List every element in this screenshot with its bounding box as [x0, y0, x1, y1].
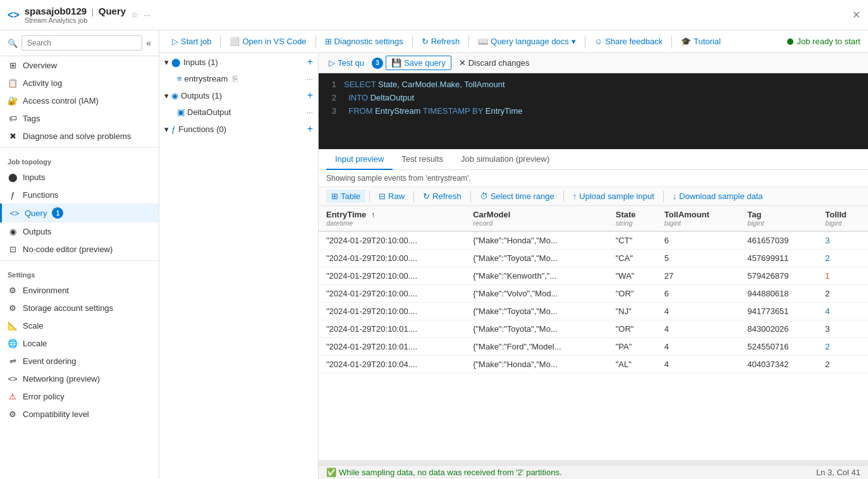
table-view-button[interactable]: ⊞ Table [326, 190, 365, 203]
download-sample-button[interactable]: ↓ Download sample data [668, 190, 768, 203]
cell-toll-amount: 6 [657, 231, 740, 250]
upload-sample-button[interactable]: ↑ Upload sample input [568, 190, 659, 203]
test-query-button[interactable]: ▷ Test qu [324, 56, 369, 70]
raw-icon: ⊟ [379, 191, 386, 201]
tree-inputs-section[interactable]: ▾ ⬤ Inputs (1) + [159, 53, 318, 71]
sidebar-item-scale[interactable]: 📐 Scale [0, 317, 159, 334]
horizontal-scrollbar[interactable] [319, 460, 868, 465]
diagnostic-settings-button[interactable]: ⊞ Diagnostic settings [320, 34, 408, 49]
title-bar: <> spasajob0129 | Query Stream Analytics… [0, 0, 868, 30]
search-input[interactable] [21, 35, 142, 51]
tutorial-button[interactable]: 🎓 Tutorial [676, 34, 726, 49]
add-input-button[interactable]: + [307, 56, 313, 68]
sidebar-item-label: Scale [23, 321, 44, 330]
diagnose-icon: ✖ [8, 131, 18, 141]
sidebar-item-overview[interactable]: ⊞ Overview [0, 56, 159, 74]
close-icon[interactable]: ✕ [852, 9, 860, 21]
sidebar-item-event-ordering[interactable]: ⇌ Event ordering [0, 352, 159, 370]
query-language-docs-button[interactable]: 📖 Query language docs ▾ [473, 34, 581, 49]
diagnostic-icon: ⊞ [325, 37, 332, 46]
locale-icon: 🌐 [8, 338, 18, 348]
discard-label: Discard changes [468, 58, 530, 68]
preview-sep4 [563, 191, 564, 202]
save-query-button[interactable]: 💾 Save query [386, 56, 451, 70]
toolbar-sep2 [315, 35, 316, 48]
open-vscode-button[interactable]: ⬜ Open in VS Code [224, 34, 311, 49]
favorite-icon[interactable]: ☆ [131, 10, 138, 20]
cell-toll-amount: 27 [657, 267, 740, 285]
more-options-icon[interactable]: ··· [144, 10, 150, 20]
select-time-range-button[interactable]: ⏱ Select time range [475, 190, 559, 203]
deltaoutput-more-icon[interactable]: ··· [306, 107, 313, 117]
sidebar-item-locale[interactable]: 🌐 Locale [0, 334, 159, 352]
tab-test-results[interactable]: Test results [393, 149, 452, 170]
preview-refresh-button[interactable]: ↻ Refresh [418, 190, 467, 203]
sidebar-item-tags[interactable]: 🏷 Tags [0, 109, 159, 127]
refresh-button[interactable]: ↻ Refresh [417, 34, 465, 49]
sidebar-item-nocode[interactable]: ⊡ No-code editor (preview) [0, 240, 159, 258]
log-icon: 📋 [8, 78, 18, 88]
iam-icon: 🔐 [8, 95, 18, 106]
cell-tag: 524550716 [740, 338, 817, 356]
preview-toolbar: ⊞ Table ⊟ Raw ↻ Refresh [319, 187, 868, 206]
sidebar-item-environment[interactable]: ⚙ Environment [0, 281, 159, 299]
cell-state: "CT" [608, 231, 657, 250]
sidebar-item-activity-log[interactable]: 📋 Activity log [0, 74, 159, 92]
preview-sep2 [413, 191, 414, 202]
outputs-tree-icon: ◉ [171, 91, 178, 100]
feedback-icon: ☺ [594, 37, 602, 46]
add-output-button[interactable]: + [307, 90, 313, 101]
code-editor[interactable]: 1 SELECT State, CarModel.Make, TollAmoun… [319, 73, 868, 149]
sidebar-item-compat[interactable]: ⚙ Compatibility level [0, 405, 159, 423]
tab-job-simulation[interactable]: Job simulation (preview) [452, 149, 558, 170]
ok-icon: ✅ [326, 468, 336, 477]
preview-tabs: Input preview Test results Job simulatio… [319, 149, 868, 170]
table-header-row: EntryTime ↑ datetime CarModel record Sta… [319, 206, 868, 231]
cell-toll-id: 1 [817, 267, 868, 285]
start-job-button[interactable]: ▷ Start job [167, 34, 216, 49]
raw-view-button[interactable]: ⊟ Raw [374, 190, 410, 203]
sidebar: 🔍 « ⊞ Overview 📋 Activity log 🔐 Access c… [0, 30, 159, 479]
sidebar-item-query[interactable]: <> Query 1 [0, 203, 159, 222]
cell-entry-time: "2024-01-29T20:10:00.... [319, 231, 465, 250]
inputs-tree-icon: ⬤ [171, 58, 181, 67]
sidebar-item-outputs[interactable]: ◉ Outputs [0, 222, 159, 240]
sidebar-item-networking[interactable]: <> Networking (preview) [0, 370, 159, 387]
settings-section: Settings [0, 264, 159, 281]
sidebar-item-inputs[interactable]: ⬤ Inputs [0, 168, 159, 186]
output-icon: ▣ [177, 107, 185, 117]
sidebar-item-storage[interactable]: ⚙ Storage account settings [0, 299, 159, 317]
cell-toll-id: 3 [817, 231, 868, 250]
sidebar-item-functions[interactable]: ƒ Functions [0, 186, 159, 203]
discard-changes-button[interactable]: ✕ Discard changes [454, 56, 535, 70]
cell-state: "WA" [608, 267, 657, 285]
sidebar-item-label: Networking (preview) [23, 374, 100, 384]
tab-input-preview[interactable]: Input preview [326, 149, 393, 170]
preview-info: Showing sample events from 'entrystream'… [319, 170, 868, 187]
tree-functions-section[interactable]: ▾ ƒ Functions (0) + [159, 120, 318, 138]
sidebar-item-iam[interactable]: 🔐 Access control (IAM) [0, 92, 159, 109]
tree-outputs-section[interactable]: ▾ ◉ Outputs (1) + [159, 87, 318, 104]
sidebar-item-label: Diagnose and solve problems [23, 131, 131, 141]
query-icon: <> [9, 208, 20, 218]
title-info: spasajob0129 | Query Stream Analytics jo… [25, 6, 126, 24]
tree-entrystream[interactable]: ≡ entrystream ⎘ ··· [159, 71, 318, 87]
tree-deltaoutput[interactable]: ▣ DeltaOutput ··· [159, 104, 318, 120]
entrystream-more-icon[interactable]: ··· [306, 74, 313, 83]
preview-sep1 [369, 191, 370, 202]
cell-toll-id: 2 [817, 356, 868, 373]
sidebar-item-error-policy[interactable]: ⚠ Error policy [0, 387, 159, 405]
table-row: "2024-01-29T20:10:00.... {"Make":"Kenwor… [319, 267, 868, 285]
sidebar-item-diagnose[interactable]: ✖ Diagnose and solve problems [0, 127, 159, 145]
data-table: EntryTime ↑ datetime CarModel record Sta… [319, 206, 868, 373]
preview-sep5 [663, 191, 664, 202]
share-feedback-button[interactable]: ☺ Share feedback [589, 34, 668, 49]
sidebar-item-label: Tags [23, 114, 40, 123]
code-line-3: 3 FROM EntryStream TIMESTAMP BY EntryTim… [324, 105, 863, 118]
add-function-button[interactable]: + [307, 123, 313, 135]
sidebar-item-label: Environment [23, 286, 69, 295]
collapse-icon[interactable]: « [146, 38, 151, 48]
preview-panel: Input preview Test results Job simulatio… [319, 149, 868, 479]
cell-tag: 461657039 [740, 231, 817, 250]
editor-panel: ▷ Test qu 3 💾 Save query ✕ Discard chang… [319, 53, 868, 479]
